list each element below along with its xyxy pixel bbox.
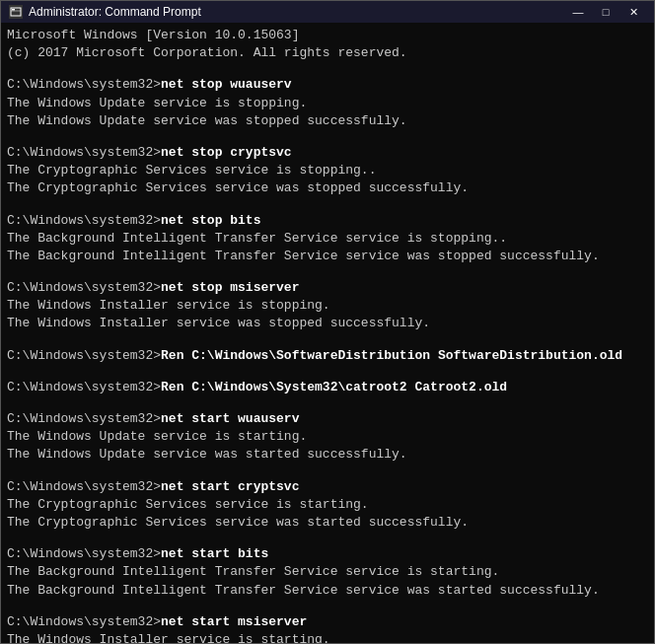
prompt-line: C:\Windows\system32>net start msiserver <box>7 613 648 631</box>
title-bar-left: Administrator: Command Prompt <box>9 5 201 19</box>
prompt-text: C:\Windows\system32> <box>7 77 161 92</box>
blank-line <box>7 333 648 347</box>
blank-line <box>7 396 648 410</box>
output-line: The Cryptographic Services service was s… <box>7 179 648 197</box>
blank-line <box>7 265 648 279</box>
prompt-line: C:\Windows\system32>net stop wuauserv <box>7 76 648 94</box>
command-text: net start msiserver <box>161 614 307 629</box>
output-line: The Background Intelligent Transfer Serv… <box>7 582 648 600</box>
prompt-line: C:\Windows\system32>net start wuauserv <box>7 410 648 428</box>
terminal-output[interactable]: Microsoft Windows [Version 10.0.15063](c… <box>1 23 654 643</box>
output-line: The Windows Update service is stopping. <box>7 95 648 112</box>
prompt-text: C:\Windows\system32> <box>7 348 161 363</box>
title-bar: Administrator: Command Prompt — □ ✕ <box>1 1 654 23</box>
command-text: net stop wuauserv <box>161 77 292 92</box>
command-text: net start bits <box>161 546 268 561</box>
command-text: net start wuauserv <box>161 411 299 426</box>
maximize-button[interactable]: □ <box>593 3 619 21</box>
blank-line <box>7 465 648 478</box>
prompt-line: C:\Windows\system32>net start bits <box>7 545 648 563</box>
prompt-line: C:\Windows\system32>Ren C:\Windows\Softw… <box>7 347 648 365</box>
prompt-line: C:\Windows\system32>Ren C:\Windows\Syste… <box>7 379 648 396</box>
output-line: The Windows Installer service is startin… <box>7 631 648 643</box>
output-line: The Background Intelligent Transfer Serv… <box>7 563 648 581</box>
prompt-text: C:\Windows\system32> <box>7 213 161 228</box>
blank-line <box>7 600 648 613</box>
prompt-line: C:\Windows\system32>net start cryptsvc <box>7 478 648 496</box>
prompt-text: C:\Windows\system32> <box>7 145 161 160</box>
window-title: Administrator: Command Prompt <box>29 5 201 19</box>
output-line: The Background Intelligent Transfer Serv… <box>7 248 648 265</box>
output-line: The Windows Update service was stopped s… <box>7 112 648 130</box>
prompt-text: C:\Windows\system32> <box>7 614 161 629</box>
command-text: net start cryptsvc <box>161 479 299 494</box>
output-line: (c) 2017 Microsoft Corporation. All righ… <box>7 44 648 62</box>
output-line: The Cryptographic Services service is st… <box>7 162 648 179</box>
prompt-text: C:\Windows\system32> <box>7 280 161 295</box>
command-text: Ren C:\Windows\SoftwareDistribution Soft… <box>161 348 622 363</box>
prompt-text: C:\Windows\system32> <box>7 479 161 494</box>
close-button[interactable]: ✕ <box>620 3 646 21</box>
command-text: net stop msiserver <box>161 280 299 295</box>
blank-line <box>7 130 648 144</box>
prompt-text: C:\Windows\system32> <box>7 380 161 394</box>
command-text: Ren C:\Windows\System32\catroot2 Catroot… <box>161 380 507 394</box>
window-controls: — □ ✕ <box>565 3 646 21</box>
output-line: The Cryptographic Services service is st… <box>7 496 648 514</box>
output-line: Microsoft Windows [Version 10.0.15063] <box>7 27 648 44</box>
prompt-text: C:\Windows\system32> <box>7 546 161 561</box>
output-line: The Windows Update service is starting. <box>7 428 648 446</box>
svg-rect-2 <box>12 9 15 11</box>
minimize-button[interactable]: — <box>565 3 591 21</box>
command-prompt-window: Administrator: Command Prompt — □ ✕ Micr… <box>0 0 655 644</box>
output-line: The Windows Installer service was stoppe… <box>7 315 648 332</box>
prompt-line: C:\Windows\system32>net stop msiserver <box>7 279 648 297</box>
prompt-line: C:\Windows\system32>net stop bits <box>7 212 648 230</box>
prompt-line: C:\Windows\system32>net stop cryptsvc <box>7 144 648 162</box>
command-text: net stop cryptsvc <box>161 145 292 160</box>
output-line: The Cryptographic Services service was s… <box>7 514 648 532</box>
blank-line <box>7 198 648 212</box>
output-line: The Background Intelligent Transfer Serv… <box>7 230 648 248</box>
output-line: The Windows Installer service is stoppin… <box>7 297 648 315</box>
output-line: The Windows Update service was started s… <box>7 446 648 464</box>
prompt-text: C:\Windows\system32> <box>7 411 161 426</box>
blank-line <box>7 365 648 379</box>
blank-line <box>7 62 648 76</box>
command-text: net stop bits <box>161 213 260 228</box>
blank-line <box>7 532 648 545</box>
cmd-icon <box>9 5 23 19</box>
